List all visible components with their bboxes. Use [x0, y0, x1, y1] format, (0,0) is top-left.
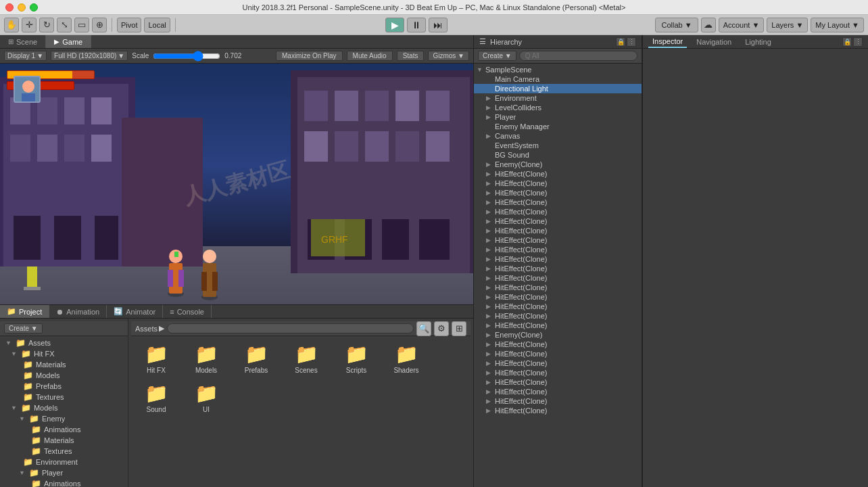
- mute-audio-button[interactable]: Mute Audio: [347, 51, 393, 61]
- lighting-tab[interactable]: Lighting: [741, 37, 775, 47]
- assets-tree-toggle-6[interactable]: ▼: [11, 404, 17, 411]
- hierarchy-item-17[interactable]: ▶HitEffect(Clone): [474, 226, 642, 235]
- hierarchy-toggle-16[interactable]: ▶: [486, 218, 493, 225]
- hierarchy-item-18[interactable]: ▶HitEffect(Clone): [474, 235, 642, 245]
- maximize-on-play-button[interactable]: Maximize On Play: [276, 51, 343, 61]
- assets-tree-item-1[interactable]: ▼📁Hit FX: [0, 348, 128, 359]
- assets-tree-item-12[interactable]: ▼📁Player: [0, 467, 128, 478]
- asset-file-4[interactable]: 📁Scripts: [333, 340, 380, 377]
- hierarchy-toggle-0[interactable]: ▼: [477, 66, 483, 73]
- assets-create-button[interactable]: Create ▼: [4, 323, 43, 333]
- hierarchy-item-32[interactable]: ▶HitEffect(Clone): [474, 368, 642, 377]
- hierarchy-toggle-20[interactable]: ▶: [486, 256, 493, 262]
- tab-console[interactable]: ≡ Console: [163, 305, 212, 318]
- hierarchy-item-15[interactable]: ▶HitEffect(Clone): [474, 207, 642, 216]
- hierarchy-item-0[interactable]: ▼SampleScene: [474, 65, 642, 74]
- collab-button[interactable]: Collab ▼: [655, 18, 698, 32]
- hierarchy-item-9[interactable]: BG Sound: [474, 150, 642, 160]
- hierarchy-toggle-30[interactable]: ▶: [486, 350, 493, 357]
- assets-tree-item-7[interactable]: ▼📁Enemy: [0, 413, 128, 424]
- hierarchy-toggle-25[interactable]: ▶: [486, 303, 493, 310]
- cloud-button[interactable]: ☁: [701, 18, 716, 32]
- local-button[interactable]: Local: [144, 18, 170, 32]
- hierarchy-toggle-22[interactable]: ▶: [486, 275, 493, 281]
- hierarchy-item-16[interactable]: ▶HitEffect(Clone): [474, 216, 642, 226]
- assets-tree-item-8[interactable]: 📁Animations: [0, 424, 128, 435]
- hierarchy-item-22[interactable]: ▶HitEffect(Clone): [474, 273, 642, 283]
- hierarchy-toggle-36[interactable]: ▶: [486, 407, 493, 414]
- hierarchy-item-13[interactable]: ▶HitEffect(Clone): [474, 188, 642, 198]
- inspector-menu-button[interactable]: ⋮: [853, 37, 863, 47]
- layers-button[interactable]: Layers ▼: [767, 18, 808, 32]
- hierarchy-item-30[interactable]: ▶HitEffect(Clone): [474, 349, 642, 358]
- asset-file-7[interactable]: 📁UI: [183, 379, 230, 416]
- assets-tree-item-0[interactable]: ▼📁Assets: [0, 338, 128, 348]
- hierarchy-toggle-31[interactable]: ▶: [486, 360, 493, 367]
- hierarchy-create-button[interactable]: Create ▼: [478, 51, 516, 61]
- hierarchy-toggle-18[interactable]: ▶: [486, 237, 493, 244]
- inspector-tab[interactable]: Inspector: [648, 36, 687, 48]
- hierarchy-toggle-21[interactable]: ▶: [486, 265, 493, 272]
- asset-file-1[interactable]: 📁Models: [183, 340, 230, 377]
- hierarchy-item-10[interactable]: ▶Enemy(Clone): [474, 160, 642, 169]
- asset-file-0[interactable]: 📁Hit FX: [132, 340, 180, 377]
- layout-button[interactable]: My Layout ▼: [811, 18, 864, 32]
- assets-tree-item-4[interactable]: 📁Prefabs: [0, 381, 128, 392]
- hierarchy-toggle-13[interactable]: ▶: [486, 189, 493, 196]
- asset-file-3[interactable]: 📁Scenes: [283, 340, 330, 377]
- hierarchy-item-31[interactable]: ▶HitEffect(Clone): [474, 358, 642, 368]
- play-button[interactable]: ▶: [385, 18, 404, 32]
- assets-tree-item-5[interactable]: 📁Textures: [0, 392, 128, 402]
- hierarchy-item-33[interactable]: ▶HitEffect(Clone): [474, 377, 642, 387]
- hierarchy-item-26[interactable]: ▶HitEffect(Clone): [474, 311, 642, 321]
- hierarchy-item-7[interactable]: ▶Canvas: [474, 131, 642, 141]
- hierarchy-toggle-17[interactable]: ▶: [486, 227, 493, 234]
- rotate-tool-button[interactable]: ↻: [39, 18, 54, 32]
- hand-tool-button[interactable]: ✋: [4, 18, 19, 32]
- transform-tool-button[interactable]: ⊕: [92, 18, 107, 32]
- pause-button[interactable]: ⏸: [407, 18, 426, 32]
- navigation-tab[interactable]: Navigation: [692, 37, 736, 47]
- scale-slider[interactable]: [153, 51, 220, 62]
- hierarchy-toggle-14[interactable]: ▶: [486, 199, 493, 206]
- hierarchy-item-21[interactable]: ▶HitEffect(Clone): [474, 264, 642, 273]
- move-tool-button[interactable]: ✛: [22, 18, 37, 32]
- hierarchy-item-35[interactable]: ▶HitEffect(Clone): [474, 396, 642, 406]
- hierarchy-item-27[interactable]: ▶HitEffect(Clone): [474, 321, 642, 330]
- tab-project[interactable]: 📁 Project: [0, 305, 49, 318]
- gizmos-button[interactable]: Gizmos ▼: [428, 51, 469, 61]
- hierarchy-toggle-27[interactable]: ▶: [486, 322, 493, 329]
- hierarchy-toggle-5[interactable]: ▶: [486, 114, 493, 120]
- step-button[interactable]: ⏭: [429, 18, 448, 32]
- assets-tree-item-6[interactable]: ▼📁Models: [0, 402, 128, 413]
- assets-filter-button[interactable]: ⚙: [434, 321, 449, 336]
- hierarchy-item-34[interactable]: ▶HitEffect(Clone): [474, 387, 642, 396]
- hierarchy-toggle-26[interactable]: ▶: [486, 312, 493, 319]
- hierarchy-item-29[interactable]: ▶HitEffect(Clone): [474, 340, 642, 349]
- assets-tree-item-2[interactable]: 📁Materials: [0, 359, 128, 370]
- hierarchy-item-8[interactable]: EventSystem: [474, 141, 642, 150]
- hierarchy-item-19[interactable]: ▶HitEffect(Clone): [474, 245, 642, 254]
- assets-tree-item-13[interactable]: 📁Animations: [0, 478, 128, 487]
- hierarchy-item-4[interactable]: ▶LevelColliders: [474, 103, 642, 112]
- hierarchy-item-24[interactable]: ▶HitEffect(Clone): [474, 292, 642, 302]
- assets-tree-toggle-7[interactable]: ▼: [19, 415, 25, 422]
- assets-tree-toggle-12[interactable]: ▼: [19, 469, 25, 476]
- asset-file-2[interactable]: 📁Prefabs: [233, 340, 280, 377]
- assets-tree-item-11[interactable]: 📁Environment: [0, 457, 128, 467]
- hierarchy-toggle-28[interactable]: ▶: [486, 331, 493, 338]
- search-icon-button[interactable]: 🔍: [416, 321, 431, 336]
- rect-tool-button[interactable]: ▭: [74, 18, 89, 32]
- hierarchy-toggle-29[interactable]: ▶: [486, 341, 493, 348]
- close-button[interactable]: [5, 3, 14, 11]
- hierarchy-item-23[interactable]: ▶HitEffect(Clone): [474, 283, 642, 292]
- assets-search-input[interactable]: [167, 323, 414, 333]
- assets-view-button[interactable]: ⊞: [452, 321, 466, 336]
- hierarchy-item-6[interactable]: Enemy Manager: [474, 122, 642, 131]
- hierarchy-toggle-19[interactable]: ▶: [486, 246, 493, 253]
- hierarchy-item-20[interactable]: ▶HitEffect(Clone): [474, 254, 642, 264]
- hierarchy-toggle-34[interactable]: ▶: [486, 388, 493, 395]
- assets-tree-toggle-1[interactable]: ▼: [11, 350, 17, 357]
- hierarchy-item-14[interactable]: ▶HitEffect(Clone): [474, 198, 642, 207]
- hierarchy-toggle-35[interactable]: ▶: [486, 398, 493, 404]
